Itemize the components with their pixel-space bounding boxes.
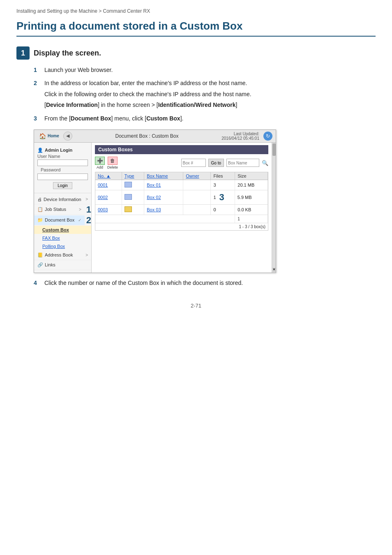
box-type-icon-0001 [125, 182, 132, 187]
search-icon[interactable]: 🔍 [262, 160, 268, 166]
page-footer: 2-71 [16, 303, 376, 309]
password-label: Password [37, 167, 88, 173]
ui-sidebar: 👤 Admin Login User Name Password Login [34, 143, 92, 273]
box-name-input[interactable] [226, 159, 259, 167]
sub-step-1: 1 Launch your Web browser. [34, 65, 376, 74]
box-no-0002[interactable]: 0002 [98, 195, 108, 200]
step1-section: 1 Display the screen. 1 Launch your Web … [16, 46, 376, 286]
breadcrumb: Installing and Setting up the Machine > … [16, 8, 376, 14]
table-container: No. ▲ Type Box Name Owner Files Size [95, 172, 268, 231]
box-files-0003: 0 [211, 205, 235, 215]
back-button[interactable]: ◀ [63, 132, 72, 141]
user-name-label: User Name [37, 154, 60, 159]
box-owner-0001 [183, 180, 211, 190]
col-no[interactable]: No. ▲ [95, 172, 122, 180]
table-row: 0003 Box 03 0 0.0 KB [95, 205, 268, 215]
sidebar-job-status[interactable]: 📋 Job Status > [34, 205, 85, 215]
table-row: 0001 Box 01 3 20.1 MB [95, 180, 268, 190]
col-boxname[interactable]: Box Name [144, 172, 183, 180]
refresh-button[interactable]: ↻ [263, 132, 272, 141]
custom-boxes-header: Custom Boxes [95, 145, 268, 154]
box-no-0003[interactable]: 0003 [98, 207, 108, 212]
admin-login-section: 👤 Admin Login User Name Password Login [34, 145, 91, 193]
step4-num: 4 [34, 280, 40, 286]
box-files-0002: 1 [213, 195, 216, 200]
col-files: Files [211, 172, 235, 180]
step4-text: Click the number or name of the Custom B… [44, 280, 376, 286]
custom-boxes-table: No. ▲ Type Box Name Owner Files Size [95, 172, 268, 224]
box-size-0002: 5.9 MB [235, 190, 268, 205]
last-updated-value: 2016/04/12 05:45:01 [221, 136, 259, 141]
col-type[interactable]: Type [122, 172, 144, 180]
col-owner[interactable]: Owner [183, 172, 211, 180]
box-owner-0003 [183, 205, 211, 215]
ui-main: Custom Boxes ➕ Add 🗑 Delete Go [92, 143, 272, 273]
callout-2: 2 [86, 215, 91, 226]
document-box-row: 📁 Document Box ✓ 2 [34, 215, 91, 226]
col-size: Size [235, 172, 268, 180]
sidebar-fax-box[interactable]: FAX Box [34, 234, 91, 242]
user-name-row: User Name [37, 154, 88, 159]
password-input[interactable] [37, 173, 88, 180]
sidebar-address-book[interactable]: 📒 Address Book > [34, 250, 91, 260]
callout-1: 1 [86, 204, 91, 215]
home-icon-btn[interactable]: 🏠 Home [37, 132, 61, 140]
page-title: Printing a document stored in a Custom B… [16, 20, 376, 37]
step1-number: 1 [16, 46, 30, 60]
toolbar-row: ➕ Add 🗑 Delete Go to 🔍 [95, 157, 268, 169]
ui-topbar: 🏠 Home ◀ Document Box : Custom Box Last … [34, 130, 276, 143]
job-status-row: 📋 Job Status > 1 [34, 204, 91, 215]
sub-step-1-text: Launch your Web browser. [44, 65, 376, 74]
table-row: 0002 Box 02 1 3 5.9 MB [95, 190, 268, 205]
box-name-0003[interactable]: Box 03 [147, 207, 161, 212]
admin-login-title: 👤 Admin Login [37, 148, 88, 153]
box-num-input[interactable] [181, 159, 206, 167]
ui-screenshot: 🏠 Home ◀ Document Box : Custom Box Last … [34, 130, 276, 273]
box-owner-0002 [183, 190, 211, 205]
table-row-footer: 1 [95, 215, 268, 223]
add-button[interactable]: ➕ Add [95, 157, 105, 169]
user-name-input[interactable] [37, 160, 88, 166]
sub-step-3-num: 3 [34, 114, 40, 123]
scrollbar-down[interactable]: ▼ [272, 268, 276, 272]
sidebar-links[interactable]: 🔗 Links [34, 260, 91, 270]
address-book-chevron: > [85, 253, 88, 257]
scrollbar-thumb [272, 143, 276, 156]
box-size-0001: 20.1 MB [235, 180, 268, 190]
step1-title: Display the screen. [34, 49, 101, 58]
job-status-chevron: > [79, 207, 81, 212]
box-no-0001[interactable]: 0001 [98, 183, 108, 187]
goto-button[interactable]: Go to [208, 159, 224, 167]
box-type-icon-0003 [125, 206, 132, 212]
box-size-0003: 0.0 KB [235, 205, 268, 215]
sidebar-custom-box[interactable]: Custom Box [34, 226, 91, 234]
sidebar-polling-box[interactable]: Polling Box [34, 242, 91, 250]
box-name-0002[interactable]: Box 02 [147, 195, 161, 200]
sub-step-2: 2 In the address or location bar, enter … [34, 79, 376, 109]
sub-step-3: 3 From the [Document Box] menu, click [C… [34, 114, 376, 123]
login-button[interactable]: Login [53, 182, 72, 189]
sub-step-1-num: 1 [34, 65, 40, 74]
sub-step-3-text: From the [Document Box] menu, click [Cus… [44, 114, 376, 123]
last-updated-label: Last Updated: [234, 132, 259, 136]
table-footer: 1 - 3 / 3 box(s) [95, 223, 268, 230]
document-box-chevron: ✓ [78, 218, 81, 222]
topbar-title: Document Box : Custom Box [75, 133, 219, 139]
callout-3: 3 [219, 192, 224, 203]
delete-button[interactable]: 🗑 Delete [107, 157, 118, 169]
device-info-chevron: > [85, 197, 88, 201]
box-files-0001: 3 [211, 180, 235, 190]
sub-step-2-text: In the address or location bar, enter th… [44, 79, 376, 109]
ui-body: 👤 Admin Login User Name Password Login [34, 143, 276, 273]
box-type-icon-0002 [125, 194, 132, 200]
table-footer-left: 1 [235, 215, 268, 223]
sub-step-2-num: 2 [34, 79, 40, 109]
sub-steps: 1 Launch your Web browser. 2 In the addr… [34, 65, 376, 286]
box-name-0001[interactable]: Box 01 [147, 183, 161, 187]
scrollbar[interactable]: ▼ [272, 143, 276, 273]
step4-section: 4 Click the number or name of the Custom… [34, 280, 376, 286]
sidebar-document-box[interactable]: 📁 Document Box ✓ [34, 215, 85, 225]
sidebar-device-info[interactable]: 🖨 Device Information > [34, 195, 91, 204]
